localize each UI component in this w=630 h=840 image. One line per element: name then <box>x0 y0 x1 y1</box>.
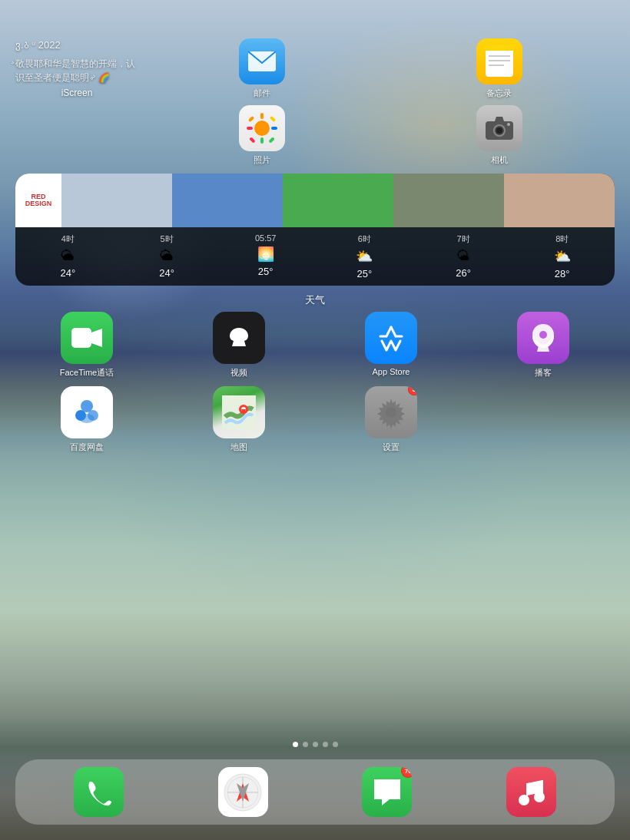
weather-label: 天气 <box>0 293 630 307</box>
weather-hours: 4时 🌥 24° 5时 🌥 24° 05:57 🌅 25° 6时 ⛅ 25° 7… <box>15 227 615 286</box>
swatch-4 <box>393 174 504 227</box>
weather-hour-5: 8时 ⛅ 28° <box>512 233 612 279</box>
settings-icon: 3 <box>365 386 417 438</box>
weather-temp-1: 24° <box>159 267 174 279</box>
iscreen-widget: ვ.Ბ ᵘ 2022 ᳣敬畏耶和华是智慧的开端，认识至圣者便是聪明。᳣🌈 iSc… <box>15 38 138 166</box>
middle-icons-row2: 百度网盘 地图 3 <box>0 386 630 453</box>
iscreen-label: iScreen <box>15 88 138 98</box>
svg-rect-13 <box>269 116 275 122</box>
app-appstore[interactable]: App Store <box>320 312 463 379</box>
settings-badge: 3 <box>408 386 417 395</box>
svg-rect-6 <box>484 48 515 51</box>
safari-icon <box>218 767 268 817</box>
app-podcasts[interactable]: 播客 <box>472 312 615 379</box>
palette-design-text: DESIGN <box>25 200 52 207</box>
appletv-label: 视频 <box>230 367 247 379</box>
baidupan-icon <box>61 386 113 438</box>
page-dot-3[interactable] <box>323 742 328 747</box>
mail-icon <box>239 38 285 84</box>
svg-rect-43 <box>542 780 543 797</box>
swatch-5 <box>504 174 615 227</box>
music-icon <box>506 767 556 817</box>
app-mail[interactable]: 邮件 <box>146 38 377 99</box>
weather-icon-5: ⛅ <box>554 248 571 265</box>
dock-messages[interactable]: 76 <box>362 767 412 817</box>
camera-label: 相机 <box>491 154 508 166</box>
baidupan-label: 百度网盘 <box>70 441 104 453</box>
dock-phone[interactable] <box>74 767 124 817</box>
podcasts-icon <box>517 312 569 364</box>
page-dots <box>0 742 630 747</box>
podcasts-label: 播客 <box>535 367 552 379</box>
app-facetime[interactable]: FaceTime通话 <box>15 312 158 379</box>
phone-icon <box>74 767 124 817</box>
appletv-icon <box>213 312 265 364</box>
palette-label: RED DESIGN <box>15 174 61 227</box>
svg-marker-23 <box>91 329 102 347</box>
app-appletv[interactable]: 视频 <box>167 312 310 379</box>
photos-icon <box>239 105 285 151</box>
weather-time-0: 4时 <box>61 233 75 245</box>
svg-rect-10 <box>247 127 253 130</box>
iscreen-quote: ᳣敬畏耶和华是智慧的开端，认识至圣者便是聪明。᳣🌈 <box>15 57 138 84</box>
svg-rect-15 <box>268 137 274 143</box>
palette-colors <box>61 174 615 227</box>
page-dot-2[interactable] <box>313 742 318 747</box>
weather-time-2: 05:57 <box>255 233 277 243</box>
dock-safari[interactable] <box>218 767 268 817</box>
maps-label: 地图 <box>230 441 247 453</box>
app-settings[interactable]: 3 设置 <box>320 386 463 453</box>
photos-label: 照片 <box>254 154 270 166</box>
svg-rect-29 <box>222 395 256 429</box>
weather-time-3: 6时 <box>358 233 371 245</box>
page-dot-1[interactable] <box>303 742 308 747</box>
messages-badge: 76 <box>401 767 412 778</box>
swatch-1 <box>61 174 172 227</box>
facetime-label: FaceTime通话 <box>60 367 114 379</box>
swatch-3 <box>283 174 393 227</box>
swatch-2 <box>172 174 283 227</box>
svg-rect-14 <box>249 137 255 143</box>
camera-icon <box>476 105 522 151</box>
dock-music[interactable] <box>506 767 556 817</box>
app-notes[interactable]: 备忘录 <box>383 38 615 99</box>
settings-label: 设置 <box>383 441 400 453</box>
messages-icon: 76 <box>362 767 412 817</box>
maps-icon <box>213 386 265 438</box>
appstore-icon <box>365 312 417 364</box>
middle-icons-row1: FaceTime通话 视频 App Store <box>0 312 630 379</box>
weather-icon-2: 🌅 <box>257 246 274 263</box>
app-baidupan[interactable]: 百度网盘 <box>15 386 158 453</box>
app-maps[interactable]: 地图 <box>167 386 310 453</box>
svg-marker-17 <box>495 117 504 121</box>
weather-time-1: 5时 <box>160 233 173 245</box>
iscreen-date: ვ.Ბ ᵘ 2022 <box>15 38 138 52</box>
app-photos[interactable]: 照片 <box>146 105 377 166</box>
notes-icon <box>476 38 522 84</box>
page-dot-4[interactable] <box>333 742 338 747</box>
svg-rect-22 <box>71 328 91 348</box>
weather-icon-3: ⛅ <box>356 248 373 265</box>
top-icons-grid: 邮件 备忘录 <box>146 38 615 166</box>
dock: 76 <box>15 759 615 825</box>
weather-icon-0: 🌥 <box>61 248 75 264</box>
svg-rect-8 <box>260 113 264 119</box>
weather-temp-5: 28° <box>555 268 570 279</box>
page-dot-0[interactable] <box>293 742 298 747</box>
svg-point-28 <box>79 414 94 423</box>
weather-time-4: 7时 <box>456 233 469 245</box>
svg-rect-1 <box>486 48 513 77</box>
empty-slot <box>472 386 615 453</box>
notes-label: 备忘录 <box>486 88 512 99</box>
weather-hour-2: 05:57 🌅 25° <box>216 233 315 279</box>
weather-temp-0: 24° <box>61 267 76 279</box>
weather-hour-1: 5时 🌥 24° <box>118 233 217 279</box>
svg-rect-12 <box>247 116 254 122</box>
svg-rect-9 <box>260 137 264 144</box>
weather-hour-4: 7时 🌤 26° <box>414 233 513 279</box>
svg-point-21 <box>507 123 510 126</box>
app-camera[interactable]: 相机 <box>383 105 615 166</box>
appstore-label: App Store <box>373 367 410 376</box>
weather-widget[interactable]: RED DESIGN 4时 🌥 24° 5时 🌥 24° <box>15 174 615 286</box>
weather-hour-0: 4时 🌥 24° <box>18 233 118 279</box>
